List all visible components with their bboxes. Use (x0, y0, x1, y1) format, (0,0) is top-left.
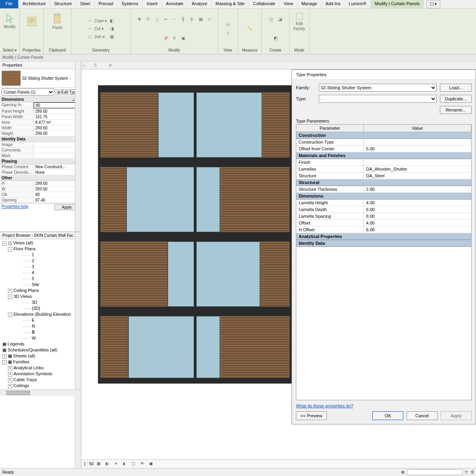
property-row[interactable]: W283.50 (0, 186, 81, 192)
hscrollbar[interactable] (0, 390, 81, 396)
tp-row[interactable]: StructureDA_Steel (296, 173, 471, 179)
tp-row[interactable]: Lamella Height4.00 (296, 200, 471, 206)
prop-value[interactable]: 151.75 (34, 114, 81, 119)
prop-value[interactable]: New Constructi... (34, 164, 81, 169)
duplicate-button[interactable]: Duplicate... (440, 95, 472, 103)
trim-icon[interactable]: ╫ (180, 15, 187, 23)
detail-icon[interactable]: ▦ (97, 461, 102, 467)
prop-value[interactable]: 8.477 m² (34, 120, 81, 125)
property-row[interactable]: Width283.50 (0, 125, 81, 131)
tree-item[interactable]: N (0, 323, 81, 329)
paste-button[interactable]: Paste (50, 10, 65, 32)
tree-item[interactable]: 5 (0, 276, 81, 282)
tp-value[interactable]: 6.00 (364, 206, 471, 213)
properties-button[interactable] (24, 10, 40, 32)
sheets-node[interactable]: +▦ Sheets (all) (0, 353, 81, 359)
3dviews-node[interactable]: −3D Views (0, 294, 81, 299)
crop-icon[interactable]: ▢ (132, 461, 137, 467)
offset-icon[interactable]: ↔ (171, 15, 178, 23)
views-node[interactable]: −◫ Views (all) (0, 240, 81, 246)
tree-item[interactable]: 4 (0, 270, 81, 276)
home-icon[interactable]: ⌂ (83, 63, 88, 68)
tp-row[interactable]: H Offset6.00 (296, 226, 471, 233)
prop-value[interactable]: 299.00 (34, 131, 81, 136)
type-selector[interactable]: 02-Sliding Shutter System - ▾ (0, 69, 81, 88)
tp-value[interactable]: 6.00 (364, 226, 471, 233)
tp-row[interactable]: Construction Type (296, 139, 471, 146)
scrollbar[interactable] (75, 232, 81, 468)
reveal-icon[interactable]: ▣ (149, 461, 155, 467)
families-node[interactable]: −▦ Families (0, 359, 81, 365)
array-icon[interactable]: ▦ (197, 15, 204, 23)
tab-lumion[interactable]: Lumion® (345, 0, 370, 8)
property-row[interactable]: OA80 (0, 192, 81, 198)
tp-row[interactable]: Lamella Depth6.00 (296, 206, 471, 213)
tab-manage[interactable]: Manage (298, 0, 322, 8)
view-icon[interactable]: ▭ (225, 21, 232, 28)
align-icon[interactable]: ═ (162, 15, 169, 23)
tab-insert[interactable]: Insert (143, 0, 162, 8)
prop-value[interactable]: 283.50 (34, 186, 81, 192)
cope-button[interactable]: ✂Cope ▾ (86, 17, 107, 25)
move-icon[interactable]: ✥ (136, 15, 143, 23)
tab-massing[interactable]: Massing & Site (211, 0, 249, 8)
geom-icon[interactable]: ◧ (108, 17, 115, 25)
tp-value[interactable]: 4.00 (364, 220, 471, 226)
measure-icon[interactable]: 📏 (244, 23, 256, 35)
rotate-icon[interactable]: ↻ (145, 15, 152, 23)
worksets-icon[interactable]: ⚙ (401, 470, 405, 474)
tree-item[interactable]: E (0, 317, 81, 323)
property-row[interactable]: Opening %80 (0, 102, 81, 109)
tab-analyze[interactable]: Analyze (188, 0, 211, 8)
tree-item[interactable]: 1 (0, 252, 81, 258)
tree-item[interactable]: 3D (0, 299, 81, 305)
prop-value[interactable]: 80 (34, 102, 81, 108)
section-phasing[interactable]: Phasing⌃ (0, 159, 81, 164)
tp-section[interactable]: Structural (296, 179, 471, 186)
tp-row[interactable]: Lamella Spacing8.00 (296, 213, 471, 220)
tab-addins[interactable]: Add-Ins (321, 0, 345, 8)
cut-button[interactable]: ✂Cut ▾ (86, 25, 107, 33)
edit-family-button[interactable]: Edit Family (292, 10, 307, 32)
tp-row[interactable]: Finish (296, 159, 471, 166)
tree-item[interactable]: 2 (0, 258, 81, 264)
tp-section[interactable]: Analytical Properties (296, 233, 471, 240)
scrollbar[interactable] (75, 61, 81, 232)
tab-structure[interactable]: Structure (50, 0, 76, 8)
property-row[interactable]: Panel Width151.75 (0, 114, 81, 120)
tree-item[interactable]: +Annotation Symbols (0, 371, 81, 377)
create-icon[interactable]: ◩ (272, 35, 279, 42)
hide-icon[interactable]: 👁 (140, 461, 146, 467)
tp-value[interactable] (364, 159, 471, 165)
tp-section[interactable]: Dimensions (296, 193, 471, 200)
prop-value[interactable]: None (34, 170, 81, 175)
dialog-apply-button[interactable]: Apply (441, 411, 472, 420)
prop-value[interactable]: 97.40 (34, 198, 81, 203)
tp-value[interactable]: 4.00 (364, 200, 471, 206)
ribbon-help-button[interactable]: ▢ ▾ (426, 0, 440, 8)
tp-section[interactable]: Materials and Finishes (296, 152, 471, 159)
property-row[interactable]: Mark (0, 153, 81, 159)
tp-value[interactable]: 5.00 (364, 146, 471, 152)
ok-button[interactable]: OK (372, 411, 403, 420)
mirror-icon[interactable]: △ (154, 15, 161, 23)
family-select[interactable]: 02-Sliding Shutter System (319, 84, 437, 92)
shadow-icon[interactable]: ◗ (123, 461, 129, 467)
tp-row[interactable]: Structure Thickness2.00 (296, 186, 471, 193)
prop-value[interactable]: 299.00 (34, 181, 81, 186)
property-row[interactable]: Comments (0, 148, 81, 153)
properties-help-link[interactable]: What do these properties do? (296, 403, 472, 408)
property-row[interactable]: Phase CreatedNew Constructi... (0, 164, 81, 170)
prop-value[interactable]: 289.00 (34, 109, 81, 114)
section-identity[interactable]: Identity Data⌃ (0, 136, 81, 142)
tree-item[interactable]: W (0, 335, 81, 341)
ceiling-node[interactable]: +Ceiling Plans (0, 288, 81, 294)
section-dimensions[interactable]: Dimensions⌄ ⌃ (0, 97, 81, 102)
tree-item[interactable]: +Cable Trays (0, 377, 81, 383)
tp-value[interactable]: DA_Wooden_Shutter (364, 166, 471, 172)
prop-value[interactable]: 283.50 (34, 125, 81, 131)
tp-row[interactable]: Offset4.00 (296, 220, 471, 226)
create-icon[interactable]: ◪ (276, 15, 284, 23)
scale-label[interactable]: 1 : 50 (84, 462, 94, 466)
delete-icon[interactable]: ✕ (171, 35, 178, 42)
